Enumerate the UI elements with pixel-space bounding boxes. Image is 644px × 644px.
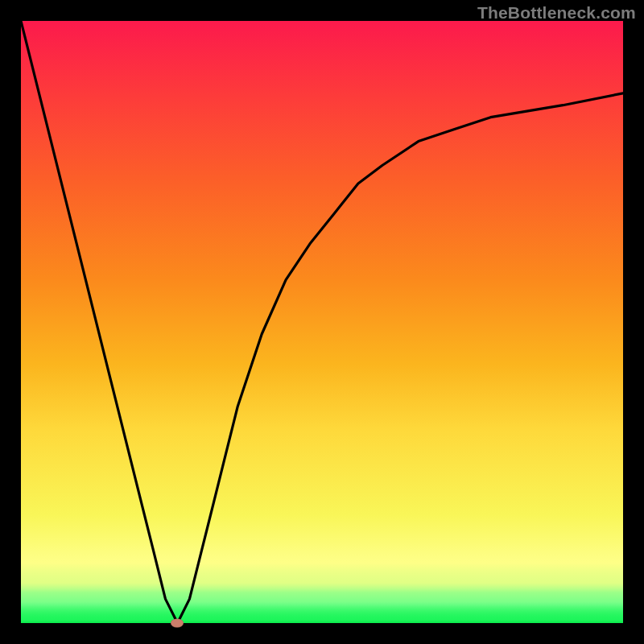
watermark-text: TheBottleneck.com bbox=[477, 3, 636, 23]
bottleneck-curve bbox=[21, 21, 623, 623]
minimum-marker-icon bbox=[171, 619, 184, 628]
plot-area bbox=[21, 21, 623, 623]
chart-container: TheBottleneck.com bbox=[0, 0, 644, 644]
curve-svg bbox=[21, 21, 623, 623]
